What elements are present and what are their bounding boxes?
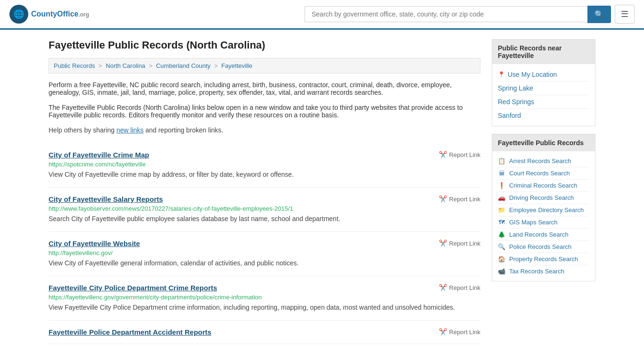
result-desc: Search City of Fayetteville public emplo… — [49, 214, 480, 224]
report-link-button[interactable]: ✂️ Report Link — [439, 195, 480, 203]
sidebar-item-property-records[interactable]: 🏠 Property Records Search — [498, 253, 589, 265]
criminal-icon: ❗ — [498, 182, 505, 189]
report-link-button[interactable]: ✂️ Report Link — [439, 151, 480, 158]
result-title[interactable]: City of Fayetteville Website — [49, 239, 140, 247]
sidebar-item-criminal-records[interactable]: ❗ Criminal Records Search — [498, 180, 589, 192]
police-icon: 🔍 — [498, 243, 505, 250]
result-item: Fayetteville Police Department Accident … — [49, 321, 480, 344]
intro-paragraph-1: Perform a free Fayetteville, NC public r… — [49, 81, 480, 96]
main-container: Fayetteville Public Records (North Carol… — [39, 30, 605, 354]
scissors-icon: ✂️ — [439, 151, 447, 158]
result-url[interactable]: http://fayettevillenc.gov/ — [49, 249, 480, 256]
result-desc: View City of Fayetteville general inform… — [49, 258, 480, 268]
sidebar-item-driving-records[interactable]: 🚗 Driving Records Search — [498, 192, 589, 204]
content-area: Fayetteville Public Records (North Carol… — [49, 39, 480, 344]
result-url[interactable]: http://www.fayobserver.com/news/20170227… — [49, 205, 480, 212]
new-links[interactable]: new links — [116, 126, 144, 134]
use-my-location[interactable]: 📍 Use My Location — [498, 68, 589, 82]
result-header: Fayetteville City Police Department Crim… — [49, 284, 480, 292]
result-item: City of Fayetteville Website ✂️ Report L… — [49, 232, 480, 276]
nearby-city-spring-lake[interactable]: Spring Lake — [498, 82, 589, 95]
sidebar-nearby-body: 📍 Use My Location Spring Lake Red Spring… — [492, 64, 595, 126]
result-url[interactable]: https://spotcrime.com/nc/fayetteville — [49, 161, 480, 168]
result-item: Fayetteville City Police Department Crim… — [49, 276, 480, 321]
results-list: City of Fayetteville Crime Map ✂️ Report… — [49, 143, 480, 344]
report-link-button[interactable]: ✂️ Report Link — [439, 284, 480, 291]
result-url[interactable]: https://fayettevillenc.gov/government/ci… — [49, 294, 480, 301]
employee-icon: 📁 — [498, 206, 505, 214]
scissors-icon: ✂️ — [439, 328, 447, 336]
nearby-city-sanford[interactable]: Sanford — [498, 109, 589, 122]
report-link-button[interactable]: ✂️ Report Link — [439, 328, 480, 336]
result-header: City of Fayetteville Salary Reports ✂️ R… — [49, 195, 480, 203]
result-item: City of Fayetteville Crime Map ✂️ Report… — [49, 143, 480, 188]
scissors-icon: ✂️ — [439, 239, 447, 247]
search-input[interactable] — [305, 6, 587, 22]
breadcrumb-link-fayetteville[interactable]: Fayetteville — [221, 62, 252, 69]
sidebar-records-body: 📋 Arrest Records Search 🏛 Court Records … — [492, 151, 595, 281]
sidebar-item-police-records[interactable]: 🔍 Police Records Search — [498, 241, 589, 253]
scissors-icon: ✂️ — [439, 284, 447, 291]
result-title[interactable]: Fayetteville City Police Department Crim… — [49, 284, 217, 292]
breadcrumb-link-north-carolina[interactable]: North Carolina — [106, 62, 145, 69]
breadcrumb-link-cumberland-county[interactable]: Cumberland County — [156, 62, 211, 69]
sidebar-records-section: Fayetteville Public Records 📋 Arrest Rec… — [492, 134, 595, 281]
sidebar-item-arrest-records[interactable]: 📋 Arrest Records Search — [498, 155, 589, 167]
breadcrumb-link-public-records[interactable]: Public Records — [54, 62, 95, 69]
result-title[interactable]: Fayetteville Police Department Accident … — [49, 328, 211, 336]
sidebar-item-gis-maps[interactable]: 🗺 GIS Maps Search — [498, 216, 589, 229]
logo[interactable]: 🌐 CountyOffice.org — [9, 5, 89, 24]
sidebar-item-court-records[interactable]: 🏛 Court Records Search — [498, 167, 589, 180]
result-header: City of Fayetteville Website ✂️ Report L… — [49, 239, 480, 247]
intro-paragraph-2: The Fayetteville Public Records (North C… — [49, 104, 480, 119]
logo-text: CountyOffice.org — [31, 10, 89, 18]
search-button[interactable]: 🔍 — [587, 6, 611, 23]
property-icon: 🏠 — [498, 255, 505, 263]
header: 🌐 CountyOffice.org 🔍 ☰ — [0, 0, 644, 30]
sidebar-item-tax-records[interactable]: 📹 Tax Records Search — [498, 265, 589, 277]
result-header: Fayetteville Police Department Accident … — [49, 328, 480, 336]
search-area: 🔍 ☰ — [305, 5, 635, 24]
land-icon: 🌲 — [498, 231, 505, 238]
share-text: Help others by sharing new links and rep… — [49, 126, 480, 134]
sidebar-nearby-header: Public Records near Fayetteville — [492, 40, 595, 64]
tax-icon: 📹 — [498, 268, 505, 275]
scissors-icon: ✂️ — [439, 195, 447, 203]
sidebar-records-header: Fayetteville Public Records — [492, 134, 595, 151]
sidebar: Public Records near Fayetteville 📍 Use M… — [492, 39, 595, 344]
location-pin-icon: 📍 — [498, 71, 505, 78]
menu-button[interactable]: ☰ — [615, 5, 635, 24]
sidebar-item-employee-directory[interactable]: 📁 Employee Directory Search — [498, 204, 589, 216]
gis-icon: 🗺 — [498, 219, 505, 226]
report-link-button[interactable]: ✂️ Report Link — [439, 239, 480, 247]
result-title[interactable]: City of Fayetteville Crime Map — [49, 151, 149, 159]
driving-icon: 🚗 — [498, 194, 505, 201]
breadcrumb: Public Records > North Carolina > Cumber… — [49, 58, 480, 74]
court-icon: 🏛 — [498, 170, 505, 177]
sidebar-item-land-records[interactable]: 🌲 Land Records Search — [498, 229, 589, 241]
result-title[interactable]: City of Fayetteville Salary Reports — [49, 195, 163, 203]
page-title: Fayetteville Public Records (North Carol… — [49, 39, 480, 51]
result-desc: View Fayetteville City Police Department… — [49, 303, 480, 313]
result-item: City of Fayetteville Salary Reports ✂️ R… — [49, 188, 480, 232]
nearby-city-red-springs[interactable]: Red Springs — [498, 95, 589, 109]
arrest-icon: 📋 — [498, 157, 505, 165]
result-header: City of Fayetteville Crime Map ✂️ Report… — [49, 151, 480, 159]
result-desc: View City of Fayetteville crime map by a… — [49, 170, 480, 180]
logo-icon: 🌐 — [9, 5, 28, 24]
sidebar-nearby-section: Public Records near Fayetteville 📍 Use M… — [492, 39, 595, 126]
